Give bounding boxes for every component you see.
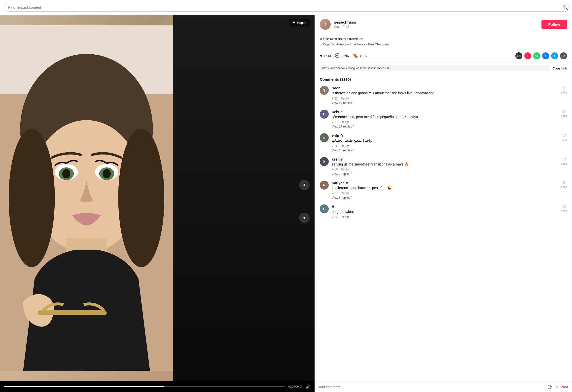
- svg-point-4: [9, 129, 55, 267]
- comment-avatar: N: [320, 181, 329, 190]
- comment-username: kesniel: [332, 157, 343, 161]
- search-bar: 🔍: [0, 0, 572, 15]
- share-icons: </> T W f t ↗: [515, 52, 567, 59]
- comment-text: serving us the smoothest transitions as …: [332, 162, 558, 167]
- comment-date: 7-16: [332, 168, 338, 171]
- comment-reply-button[interactable]: Reply: [341, 215, 349, 219]
- share-more-icon[interactable]: ↗: [560, 52, 567, 59]
- face-illustration: [0, 15, 173, 381]
- comment-body: H omg the talent 7-16 Reply: [332, 204, 558, 219]
- video-controls: 00:04/00:07 🔊: [0, 381, 315, 392]
- share-facebook-icon[interactable]: f: [542, 52, 549, 59]
- comment-item: e enfp ✰ واخيرا مقطع طبيعي بحسابها 7-16 …: [315, 131, 572, 155]
- chevron-down-icon: ▼: [302, 215, 307, 221]
- svg-rect-13: [37, 310, 107, 315]
- user-info: jessechrisss Jess · 7-15: [334, 20, 538, 29]
- comment-reply-button[interactable]: Reply: [341, 120, 349, 124]
- comment-meta: 7-17 Reply: [332, 120, 558, 124]
- chevron-up-icon: ▲: [302, 182, 307, 188]
- likes-count: 1.9M: [324, 54, 331, 58]
- like-icon[interactable]: ♡: [562, 181, 566, 185]
- view-replies-link[interactable]: View 15 replies ˅: [332, 149, 558, 152]
- comment-username: enfp ✰: [332, 133, 343, 137]
- post-comment-button[interactable]: Post: [561, 385, 568, 389]
- comment-like: ♡ 1664: [561, 110, 567, 118]
- copy-link-button[interactable]: Copy link: [552, 66, 567, 70]
- comment-meta: 7-17 Reply: [332, 192, 558, 195]
- comment-date: 7-16: [332, 144, 338, 148]
- comment-reply-button[interactable]: Reply: [341, 144, 349, 148]
- svg-point-12: [103, 169, 111, 178]
- share-twitter-icon[interactable]: t: [551, 52, 558, 59]
- progress-fill: [4, 386, 164, 387]
- music-title: Doja Cat Attention First Verse - Ben Cha…: [323, 42, 389, 46]
- add-comment-input[interactable]: [319, 385, 545, 389]
- comment-body: enfp ✰ واخيرا مقطع طبيعي بحسابها 7-16 Re…: [332, 133, 558, 152]
- mention-icon[interactable]: @: [547, 384, 552, 390]
- avatar-initial: J: [320, 19, 331, 30]
- comments-section: S Soon is there's no one gonna talk abou…: [315, 83, 572, 382]
- like-icon[interactable]: ♡: [562, 157, 566, 162]
- search-input[interactable]: [4, 3, 570, 12]
- nav-down-button[interactable]: ▼: [299, 213, 310, 223]
- like-icon[interactable]: ♡: [562, 86, 566, 91]
- like-count: 1980: [561, 210, 567, 213]
- video-bg: [0, 15, 315, 381]
- user-meta: Jess · 7-15: [334, 25, 538, 29]
- music-note-icon: ♪: [320, 42, 322, 46]
- comment-like: ♡ 1980: [561, 204, 567, 213]
- comment-body: kesniel serving us the smoothest transit…: [332, 157, 558, 176]
- share-tiktok-icon[interactable]: T: [524, 52, 531, 59]
- comment-like: ♡ 3578: [561, 133, 567, 141]
- like-count: 3352: [561, 162, 567, 165]
- bookmark-action[interactable]: 🔖 111K: [353, 53, 367, 59]
- volume-button[interactable]: 🔊: [306, 384, 311, 389]
- comment-username: Natty.•○.☆: [332, 181, 349, 185]
- comment-item: H H omg the talent 7-16 Reply ♡ 1980: [315, 202, 572, 221]
- comment-body: Deiv↑↑ llámenme loco, pero me dió un peq…: [332, 110, 558, 129]
- share-code-icon[interactable]: </>: [515, 52, 522, 59]
- like-icon[interactable]: ♡: [562, 204, 566, 209]
- search-icon[interactable]: 🔍: [563, 5, 568, 10]
- comment-like: ♡ 3352: [561, 157, 567, 165]
- comments-count: 3296: [342, 54, 349, 58]
- comment-text: la diferencia que hace las pestañas 😜: [332, 186, 558, 191]
- add-comment-row: @ ☺ Post: [315, 382, 572, 392]
- main-content: ⚑ Report ▲ ▼ 00:04/00:07 🔊 J: [0, 15, 572, 392]
- progress-bar[interactable]: [4, 386, 285, 387]
- comment-avatar: D: [320, 110, 329, 119]
- report-button[interactable]: ⚑ Report: [288, 19, 311, 27]
- comment-reply-button[interactable]: Reply: [341, 192, 349, 195]
- bookmark-icon: 🔖: [353, 53, 358, 59]
- like-icon[interactable]: ♡: [562, 133, 566, 138]
- share-whatsapp-icon[interactable]: W: [533, 52, 540, 59]
- post-info: A little twist on this transition ♪ Doja…: [315, 34, 572, 49]
- like-icon[interactable]: ♡: [562, 110, 566, 114]
- flag-icon: ⚑: [292, 21, 295, 25]
- comment-icon: 💬: [335, 53, 340, 59]
- view-replies-link[interactable]: View 54 replies ˅: [332, 101, 558, 105]
- svg-point-5: [118, 129, 164, 267]
- comment-meta: 7-16 Reply: [332, 168, 558, 171]
- view-replies-link[interactable]: View 5 replies ˅: [332, 196, 558, 199]
- emoji-icon[interactable]: ☺: [554, 384, 558, 390]
- like-action[interactable]: ♥ 1.9M: [320, 53, 331, 59]
- comment-reply-button[interactable]: Reply: [341, 168, 349, 171]
- view-replies-link[interactable]: View 2 replies ˅: [332, 172, 558, 176]
- view-replies-link[interactable]: View 17 replies ˅: [332, 125, 558, 128]
- comment-action[interactable]: 💬 3296: [335, 53, 349, 59]
- bookmarks-count: 111K: [359, 54, 367, 58]
- video-right-frame: [173, 15, 315, 381]
- comment-item: D Deiv↑↑ llámenme loco, pero me dió un p…: [315, 107, 572, 131]
- comment-date: 7-17: [332, 192, 338, 195]
- comment-username: Deiv↑↑: [332, 110, 343, 114]
- comment-avatar: e: [320, 133, 329, 142]
- actions-row: ♥ 1.9M 💬 3296 🔖 111K </> T W f t ↗: [315, 49, 572, 63]
- follow-button[interactable]: Follow: [541, 20, 567, 29]
- comment-item: k kesniel serving us the smoothest trans…: [315, 155, 572, 178]
- comment-body: Soon is there's no one gonna talk about …: [332, 86, 558, 105]
- comment-avatar: H: [320, 204, 329, 213]
- comment-like: ♡ 1700: [561, 86, 567, 94]
- video-section: ⚑ Report ▲ ▼ 00:04/00:07 🔊: [0, 15, 315, 392]
- comment-reply-button[interactable]: Reply: [341, 97, 349, 100]
